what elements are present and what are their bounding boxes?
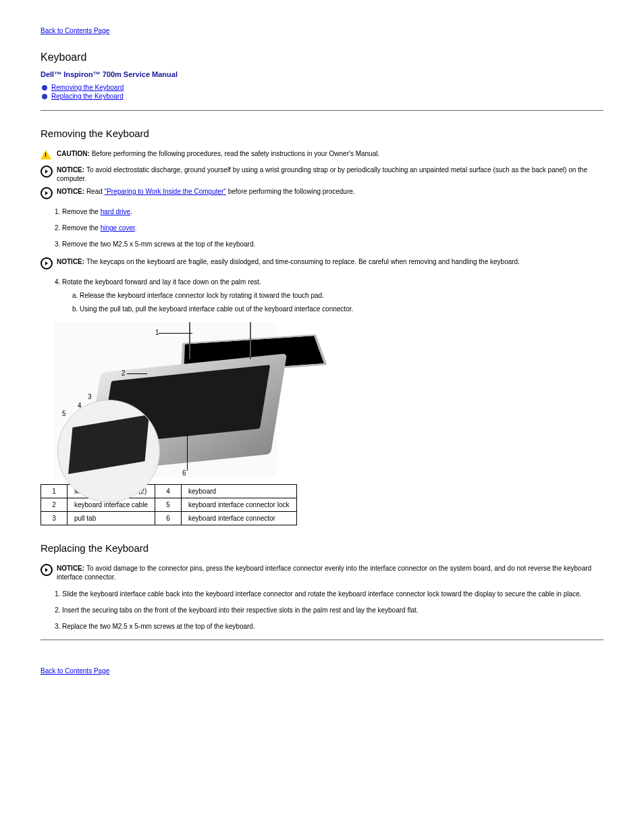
notice-text: NOTICE: To avoid electrostatic discharge… (57, 165, 603, 183)
divider (41, 110, 603, 111)
step-item: Insert the securing tabs on the front of… (62, 606, 603, 615)
notice-text: NOTICE: The keycaps on the keyboard are … (57, 257, 520, 266)
table-cell-label: keyboard interface connector lock (181, 498, 296, 512)
sub-step-item: Release the keyboard interface connector… (80, 291, 603, 301)
back-link-anchor-bottom[interactable]: Back to Contents Page (41, 667, 109, 675)
table-cell-num: 1 (41, 485, 68, 498)
toc-list: Removing the Keyboard Replacing the Keyb… (41, 84, 603, 100)
hard-drive-link[interactable]: hard drive (101, 208, 130, 215)
callout-6: 6 (182, 469, 186, 477)
caution-text: CAUTION: Before performing the following… (57, 149, 379, 158)
back-link-anchor[interactable]: Back to Contents Page (41, 27, 109, 34)
notice-row: NOTICE: Read "Preparing to Work Inside t… (41, 187, 603, 199)
callout-line (159, 333, 192, 334)
keyboard-diagram: 1 2 3 4 5 6 (54, 322, 277, 477)
callout-5: 5 (62, 410, 66, 417)
table-cell-label: keyboard interface connector (181, 512, 296, 525)
table-cell-label: keyboard (181, 485, 296, 498)
toc-item: Removing the Keyboard (42, 84, 603, 91)
step-item: Replace the two M2.5 x 5-mm screws at th… (62, 622, 603, 631)
hinge-cover-link[interactable]: hinge cover (101, 224, 135, 232)
step-item: Rotate the keyboard forward and lay it f… (62, 278, 603, 314)
detail-circle-graphic (57, 400, 160, 502)
table-cell-num: 6 (155, 512, 181, 525)
callout-line (127, 373, 147, 374)
step-item: Remove the hinge cover. (62, 224, 603, 233)
page-title: Keyboard (41, 51, 603, 63)
notice-icon (41, 564, 53, 576)
bullet-icon (42, 94, 47, 99)
table-cell-num: 5 (155, 498, 181, 512)
back-link-bottom: Back to Contents Page (41, 667, 603, 675)
notice-icon (41, 165, 53, 178)
screwdriver-graphic (189, 322, 190, 359)
table-cell-num: 2 (41, 498, 68, 512)
notice-icon (41, 257, 53, 269)
prep-link[interactable]: "Preparing to Work Inside the Computer" (105, 188, 226, 195)
step-item: Remove the two M2.5 x 5-mm screws at the… (62, 240, 603, 249)
notice-text: NOTICE: To avoid damage to the connector… (57, 564, 603, 581)
screwdriver-graphic (250, 322, 251, 359)
toc-link-replacing[interactable]: Replacing the Keyboard (51, 93, 124, 100)
table-row: 2 keyboard interface cable 5 keyboard in… (41, 498, 297, 512)
bullet-icon (42, 85, 47, 90)
table-cell-num: 4 (155, 485, 181, 498)
section-title-replacing: Replacing the Keyboard (41, 542, 603, 554)
section-title-removing: Removing the Keyboard (41, 128, 603, 139)
notice-row: NOTICE: To avoid damage to the connector… (41, 564, 603, 581)
back-link-top: Back to Contents Page (41, 27, 603, 34)
toc-link-removing[interactable]: Removing the Keyboard (51, 84, 124, 91)
callout-3: 3 (88, 393, 92, 400)
table-cell-label: pull tab (68, 512, 155, 525)
step-list-removing: Remove the hard drive. Remove the hinge … (41, 207, 603, 249)
notice-row: NOTICE: To avoid electrostatic discharge… (41, 165, 603, 183)
caution-row: CAUTION: Before performing the following… (41, 149, 603, 161)
caution-icon (41, 149, 53, 161)
callout-4: 4 (78, 402, 82, 409)
sub-step-item: Using the pull tab, pull the keyboard in… (80, 305, 603, 314)
step-list-replacing: Slide the keyboard interface cable back … (41, 590, 603, 631)
sub-step-list: Release the keyboard interface connector… (62, 291, 603, 314)
callout-line (187, 434, 188, 471)
step-item: Slide the keyboard interface cable back … (62, 590, 603, 599)
manual-subtitle: Dell™ Inspiron™ 700m Service Manual (41, 70, 603, 78)
table-row: 3 pull tab 6 keyboard interface connecto… (41, 512, 297, 525)
step-item: Remove the hard drive. (62, 207, 603, 217)
toc-item: Replacing the Keyboard (42, 93, 603, 100)
callout-2: 2 (122, 369, 126, 377)
table-cell-num: 3 (41, 512, 68, 525)
notice-icon (41, 187, 53, 199)
notice-text: NOTICE: Read "Preparing to Work Inside t… (57, 187, 355, 196)
divider (41, 640, 603, 640)
step-list-removing-cont: Rotate the keyboard forward and lay it f… (41, 278, 603, 314)
notice-row: NOTICE: The keycaps on the keyboard are … (41, 257, 603, 269)
